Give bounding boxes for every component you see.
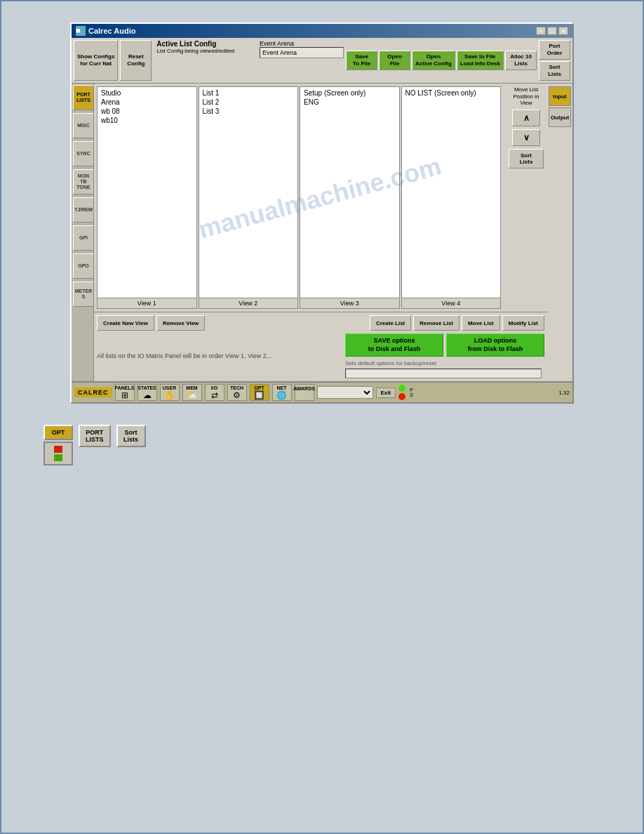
exit-button[interactable]: Exit (376, 388, 396, 398)
sidebar-item-gpo[interactable]: GPO (73, 253, 94, 279)
view-column-1: Studio Arena wb 08 wb10 View 1 (97, 86, 197, 309)
list-item[interactable]: List 2 (201, 98, 297, 107)
maximize-button[interactable]: □ (547, 27, 557, 35)
green-square-icon (54, 454, 62, 461)
input-button[interactable]: Input (549, 86, 571, 106)
move-up-button[interactable]: ∧ (512, 110, 540, 126)
view-column-4: NO LIST (Screen only) View 4 (401, 86, 502, 309)
hint-text: Sets default options for backup/reset (345, 359, 544, 367)
opt-tab[interactable]: OPT 🔲 (250, 384, 269, 401)
view-2-label: View 2 (199, 298, 298, 308)
load-options-sub: from Disk to Flash (468, 345, 523, 352)
legend-opt-btn[interactable]: OPT (43, 425, 73, 440)
event-arena-input[interactable] (260, 47, 344, 58)
sidebar-item-misc[interactable]: MISC (73, 113, 94, 138)
list-item[interactable]: Studio (99, 88, 195, 98)
output-button[interactable]: Output (549, 107, 571, 127)
move-panel: Move List Position in View ∧ ∨ Sort List… (505, 84, 547, 312)
sidebar-item-meters[interactable]: METERS (73, 282, 94, 307)
view-3-label: View 3 (300, 298, 399, 308)
load-options-button[interactable]: LOAD options from Disk to Flash (446, 333, 544, 357)
states-tab[interactable]: STATES ☁ (137, 384, 157, 401)
lists-area: Studio Arena wb 08 wb10 View 1 (94, 84, 505, 312)
alloc-10-lists-button[interactable]: Alloc 10 Lists (505, 51, 537, 70)
list-item[interactable]: NO LIST (Screen only) (403, 88, 499, 98)
show-configs-button[interactable]: Show Configs for Curr Nat (74, 40, 118, 81)
view-4-label: View 4 (402, 298, 501, 308)
sidebar-item-tjrem[interactable]: TJ/REM (73, 197, 94, 223)
hint-input[interactable] (345, 369, 542, 378)
main-content: PORT LISTS MISC SYNC MON TB TONE TJ/REM … (72, 84, 572, 381)
red-square-icon (54, 446, 62, 453)
view-column-3: Setup (Screen only) ENG View 3 (300, 86, 400, 309)
legend-area: OPT PORT LISTS Sort Lists (22, 425, 622, 465)
view-column-2: List 1 List 2 List 3 View 2 (199, 86, 299, 309)
remove-list-button[interactable]: Remove List (413, 315, 459, 331)
sidebar-item-sync[interactable]: SYNC (73, 141, 94, 166)
status-text: All lists on the IO Matrix Panel will be… (97, 351, 342, 361)
status-dot-green (398, 385, 405, 392)
view-list-2: List 1 List 2 List 3 (199, 87, 298, 298)
status-s-label: S (410, 392, 413, 397)
reset-config-button[interactable]: Reset Config (120, 40, 152, 81)
bottom-toolbar: CALREC PANELS ⊞ STATES ☁ USER ✋ (72, 381, 572, 402)
sidebar-item-gpi[interactable]: GPI (73, 225, 94, 251)
sidebar-item-mon-tb-tone[interactable]: MON TB TONE (73, 169, 94, 194)
sidebar-item-port-lists[interactable]: PORT LISTS (73, 85, 94, 110)
panels-tab[interactable]: PANELS ⊞ (115, 384, 135, 401)
app-icon: ■ (76, 26, 86, 36)
sort-lists-button[interactable]: Sort Lists (509, 149, 544, 168)
sort-lists-toolbar-button[interactable]: Sort Lists (539, 61, 570, 81)
active-list-section: Active List Config List Config being vie… (154, 40, 257, 81)
save-to-file-load-button[interactable]: Save to File Load Info Desk (457, 51, 504, 70)
io-tab[interactable]: I/O ⇄ (205, 384, 224, 401)
legend-port-lists-btn[interactable]: PORT LISTS (79, 425, 111, 447)
dropdown-select[interactable] (317, 386, 373, 399)
net-tab[interactable]: NET 🌐 (272, 384, 292, 401)
status-p-label: P (410, 388, 413, 392)
legend-icon-btn[interactable] (43, 442, 73, 465)
event-arena-section: Event Arena (260, 40, 344, 81)
move-down-button[interactable]: ∨ (512, 129, 540, 146)
list-item[interactable]: List 3 (201, 107, 297, 116)
view-list-1: Studio Arena wb 08 wb10 (98, 87, 196, 298)
remove-view-button[interactable]: Remove View (156, 315, 205, 331)
view-1-label: View 1 (98, 298, 196, 308)
mem-tab[interactable]: MEM ⛅ (182, 384, 202, 401)
status-dots (398, 385, 405, 400)
create-new-view-button[interactable]: Create New View (97, 315, 154, 331)
status-dot-red (398, 393, 405, 400)
list-item[interactable]: ENG (302, 98, 398, 107)
list-item[interactable]: wb 08 (99, 107, 195, 116)
list-item[interactable]: Arena (99, 98, 195, 107)
open-active-config-button[interactable]: Open Active Config (412, 51, 455, 70)
save-to-file-button[interactable]: Save To File (346, 51, 377, 70)
port-order-button[interactable]: Port Order (539, 40, 570, 60)
save-options-label: SAVE options (374, 337, 415, 344)
open-file-button[interactable]: Open File (379, 51, 410, 70)
event-arena-label: Event Arena (260, 40, 344, 47)
user-tab[interactable]: USER ✋ (160, 384, 180, 401)
load-options-label: LOAD options (474, 337, 517, 344)
view-list-3: Setup (Screen only) ENG (300, 87, 399, 298)
save-options-button[interactable]: SAVE options to Disk and Flash (345, 333, 443, 357)
list-item[interactable]: List 1 (201, 88, 297, 98)
close-button[interactable]: × (558, 27, 568, 35)
list-item[interactable]: Setup (Screen only) (302, 88, 398, 98)
version-text: 1.32 (558, 390, 570, 396)
top-toolbar: Show Configs for Curr Nat Reset Config A… (72, 38, 572, 84)
list-config-label: List Config being viewed/edited (156, 48, 255, 54)
modify-list-button[interactable]: Modify List (502, 315, 544, 331)
awards-tab[interactable]: AWARDS (295, 384, 314, 401)
move-list-button[interactable]: Move List (462, 315, 500, 331)
create-list-button[interactable]: Create List (370, 315, 411, 331)
minimize-button[interactable]: − (536, 27, 546, 35)
app-title: Calrec Audio (88, 27, 135, 35)
bottom-section: Create New View Remove View Create List … (94, 312, 547, 381)
legend-sort-lists-btn[interactable]: Sort Lists (116, 425, 146, 447)
list-item[interactable]: wb10 (99, 116, 195, 125)
view-list-4: NO LIST (Screen only) (402, 87, 501, 298)
view-buttons-row: Create New View Remove View Create List … (97, 315, 544, 331)
tech-tab[interactable]: TECH ⚙ (227, 384, 247, 401)
right-buttons: Save To File Open File Open Active Confi… (346, 40, 537, 81)
